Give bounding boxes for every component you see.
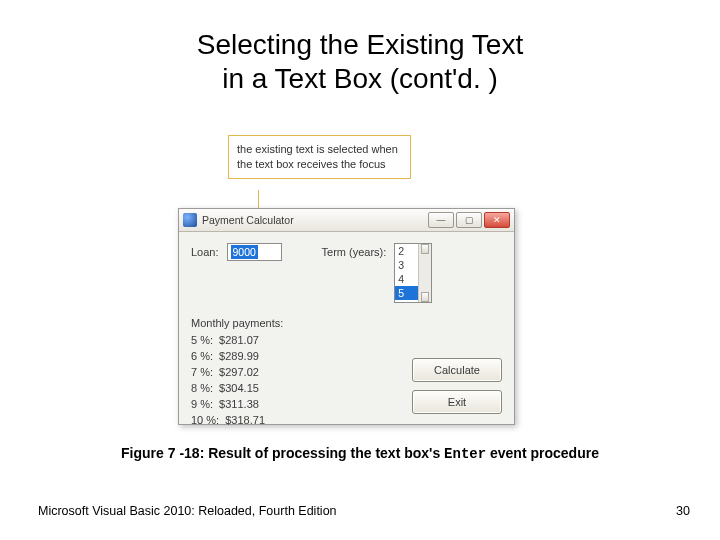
button-column: Calculate Exit bbox=[412, 358, 502, 414]
term-scrollbar[interactable] bbox=[418, 244, 431, 302]
loan-label: Loan: bbox=[191, 246, 219, 258]
term-label: Term (years): bbox=[322, 246, 387, 258]
slide-title-line1: Selecting the Existing Text bbox=[197, 29, 523, 60]
footer-text: Microsoft Visual Basic 2010: Reloaded, F… bbox=[38, 504, 337, 518]
close-button[interactable]: ✕ bbox=[484, 212, 510, 228]
window-title: Payment Calculator bbox=[202, 214, 294, 226]
window-titlebar[interactable]: Payment Calculator — ▢ ✕ bbox=[179, 209, 514, 232]
app-window: Payment Calculator — ▢ ✕ Loan: 9000 Term… bbox=[178, 208, 515, 425]
app-icon bbox=[183, 213, 197, 227]
caption-prefix: Figure 7 -18: Result of processing the t… bbox=[121, 445, 444, 461]
slide-footer: Microsoft Visual Basic 2010: Reloaded, F… bbox=[38, 504, 690, 518]
slide-title-line2: in a Text Box (cont'd. ) bbox=[222, 63, 498, 94]
caption-code: Enter bbox=[444, 446, 486, 462]
payments-label: Monthly payments: bbox=[191, 317, 502, 329]
caption-suffix: event procedure bbox=[486, 445, 599, 461]
calculate-button[interactable]: Calculate bbox=[412, 358, 502, 382]
exit-button[interactable]: Exit bbox=[412, 390, 502, 414]
slide: Selecting the Existing Text in a Text Bo… bbox=[0, 0, 720, 540]
calculate-button-label: Calculate bbox=[434, 364, 480, 376]
maximize-button[interactable]: ▢ bbox=[456, 212, 482, 228]
callout-text: the existing text is selected when the t… bbox=[237, 143, 398, 170]
minimize-button[interactable]: — bbox=[428, 212, 454, 228]
callout-box: the existing text is selected when the t… bbox=[228, 135, 411, 179]
slide-number: 30 bbox=[676, 504, 690, 518]
payment-row: 10 %: $318.71 bbox=[191, 413, 502, 429]
exit-button-label: Exit bbox=[448, 396, 466, 408]
input-row: Loan: 9000 Term (years): 2 3 4 5 bbox=[191, 243, 502, 303]
figure-caption: Figure 7 -18: Result of processing the t… bbox=[0, 445, 720, 462]
payment-row: 5 %: $281.07 bbox=[191, 333, 502, 349]
slide-title: Selecting the Existing Text in a Text Bo… bbox=[0, 28, 720, 95]
window-client-area: Loan: 9000 Term (years): 2 3 4 5 Monthly… bbox=[179, 231, 514, 424]
loan-textbox-value: 9000 bbox=[231, 245, 258, 259]
term-listbox[interactable]: 2 3 4 5 bbox=[394, 243, 432, 303]
loan-textbox[interactable]: 9000 bbox=[227, 243, 282, 261]
